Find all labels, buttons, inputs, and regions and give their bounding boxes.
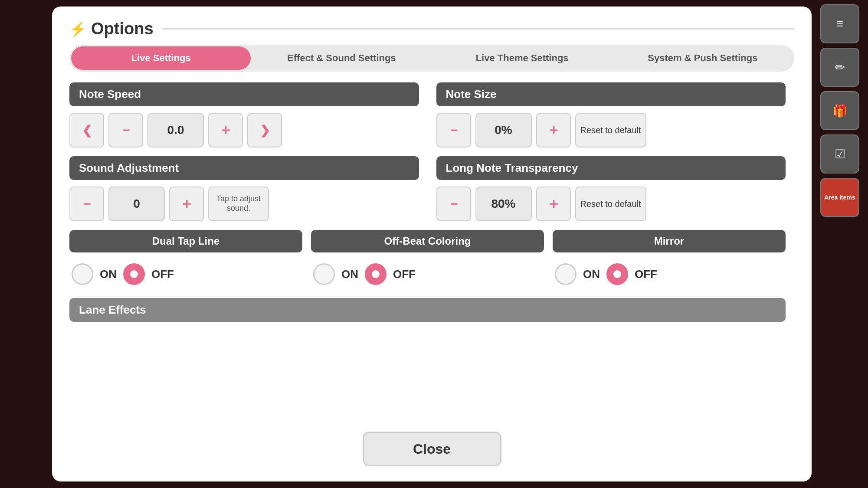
toggle-section: Dual Tap Line Off-Beat Coloring Mirror O…	[69, 230, 786, 289]
dual-tap-line-header: Dual Tap Line	[69, 230, 302, 252]
long-note-header: Long Note Transparency	[436, 156, 786, 180]
long-note-minus[interactable]: －	[436, 187, 471, 221]
right-column: Note Size － 0% ＋ Reset to default Long N…	[436, 82, 786, 230]
off-beat-off-label: OFF	[393, 268, 416, 281]
options-dialog: ⚡ Options Live Settings Effect & Sound S…	[52, 7, 812, 481]
menu-icon: ≡	[836, 17, 843, 31]
dialog-title: Options	[91, 20, 154, 38]
close-button[interactable]: Close	[363, 432, 501, 466]
note-speed-header: Note Speed	[69, 82, 419, 106]
tab-live-theme[interactable]: Live Theme Settings	[432, 46, 612, 70]
tab-effect-sound[interactable]: Effect & Sound Settings	[252, 46, 431, 70]
dual-tap-line-on-radio[interactable]	[72, 263, 93, 285]
checklist-icon-btn[interactable]: ☑	[820, 134, 859, 174]
mirror-on-label: ON	[583, 268, 600, 281]
header-divider	[162, 28, 794, 29]
note-speed-value: 0.0	[147, 113, 204, 147]
tab-live-settings[interactable]: Live Settings	[71, 46, 251, 70]
note-size-controls: － 0% ＋ Reset to default	[436, 113, 786, 147]
dual-tap-line-off-label: OFF	[151, 268, 174, 281]
note-size-reset[interactable]: Reset to default	[575, 113, 646, 147]
gift-icon-btn[interactable]: 🎁	[820, 91, 859, 130]
note-size-header: Note Size	[436, 82, 786, 106]
side-icons-panel: ≡ ✏ 🎁 ☑ Area Items	[820, 4, 859, 217]
tab-system-push[interactable]: System & Push Settings	[613, 46, 793, 70]
lightning-icon: ⚡	[69, 21, 87, 37]
note-speed-right-arrow[interactable]: ❯	[247, 113, 282, 147]
mirror-header: Mirror	[553, 230, 786, 252]
dialog-header: ⚡ Options	[69, 20, 794, 38]
tabs-bar: Live Settings Effect & Sound Settings Li…	[69, 45, 794, 72]
note-speed-minus[interactable]: －	[108, 113, 143, 147]
area-items-label: Area Items	[824, 194, 855, 201]
close-btn-wrapper: Close	[69, 425, 794, 468]
tap-adjust-btn[interactable]: Tap to adjust sound.	[208, 187, 269, 221]
note-size-minus[interactable]: －	[436, 113, 471, 147]
toggle-headers: Dual Tap Line Off-Beat Coloring Mirror	[69, 230, 786, 252]
sound-plus[interactable]: ＋	[169, 187, 204, 221]
dual-tap-line-toggle: ON OFF	[69, 259, 302, 289]
checklist-icon: ☑	[835, 147, 845, 161]
dual-tap-line-on-label: ON	[100, 268, 117, 281]
sound-adjustment-controls: － 0 ＋ Tap to adjust sound.	[69, 187, 419, 221]
lane-effects-header: Lane Effects	[69, 298, 786, 322]
off-beat-on-radio[interactable]	[313, 263, 335, 285]
long-note-plus[interactable]: ＋	[536, 187, 571, 221]
off-beat-coloring-header: Off-Beat Coloring	[311, 230, 544, 252]
gift-icon: 🎁	[832, 104, 848, 118]
note-size-value: 0%	[475, 113, 532, 147]
sound-adjustment-header: Sound Adjustment	[69, 156, 419, 180]
mirror-toggle: ON OFF	[553, 259, 786, 289]
content-area: Note Speed ❮ － 0.0 ＋ ❯ Sound Adjustment …	[69, 82, 794, 425]
off-beat-coloring-toggle: ON OFF	[311, 259, 544, 289]
two-column-layout: Note Speed ❮ － 0.0 ＋ ❯ Sound Adjustment …	[69, 82, 786, 230]
edit-icon-btn[interactable]: ✏	[820, 48, 859, 87]
mirror-on-radio[interactable]	[555, 263, 576, 285]
note-speed-controls: ❮ － 0.0 ＋ ❯	[69, 113, 419, 147]
menu-icon-btn[interactable]: ≡	[820, 4, 859, 43]
left-column: Note Speed ❮ － 0.0 ＋ ❯ Sound Adjustment …	[69, 82, 419, 230]
long-note-reset[interactable]: Reset to default	[575, 187, 646, 221]
edit-icon: ✏	[835, 60, 845, 75]
off-beat-on-label: ON	[341, 268, 358, 281]
dual-tap-line-off-radio[interactable]	[123, 263, 145, 285]
toggle-rows: ON OFF ON OFF ON OFF	[69, 259, 786, 289]
off-beat-off-radio[interactable]	[365, 263, 387, 285]
area-items-btn[interactable]: Area Items	[820, 178, 859, 217]
long-note-value: 80%	[475, 187, 532, 221]
sound-value: 0	[108, 187, 165, 221]
note-speed-plus[interactable]: ＋	[208, 113, 243, 147]
long-note-controls: － 80% ＋ Reset to default	[436, 187, 786, 221]
sound-minus[interactable]: －	[69, 187, 104, 221]
mirror-off-label: OFF	[635, 268, 657, 281]
note-size-plus[interactable]: ＋	[536, 113, 571, 147]
note-speed-left-arrow[interactable]: ❮	[69, 113, 104, 147]
mirror-off-radio[interactable]	[606, 263, 628, 285]
